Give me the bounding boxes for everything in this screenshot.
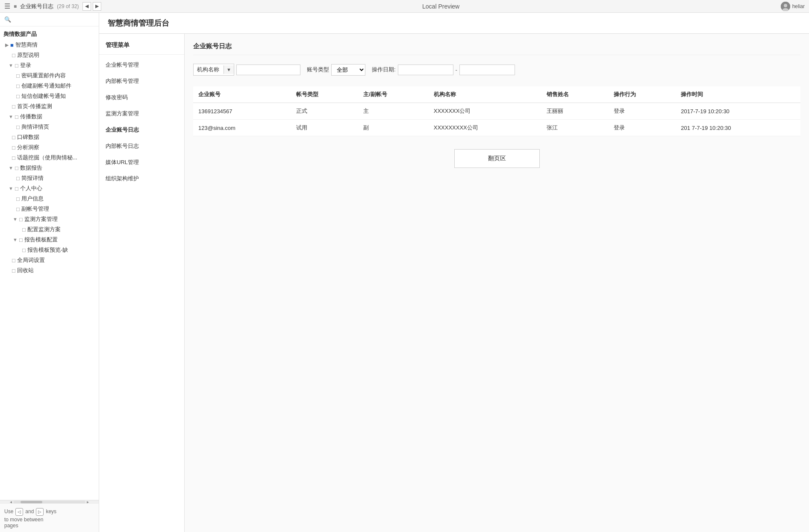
sidebar-item-chuanbo[interactable]: ▼ □ 传播数据 bbox=[0, 112, 99, 122]
app-title: 智慧商情管理后台 bbox=[108, 19, 169, 27]
toggle-icon: ▼ bbox=[9, 165, 13, 170]
date-from-input[interactable] bbox=[398, 65, 453, 75]
sidebar-item-label: 首页-传播监测 bbox=[17, 103, 52, 110]
folder-icon: □ bbox=[15, 185, 18, 192]
menu-item-jiancefangan[interactable]: 监测方案管理 bbox=[99, 106, 184, 122]
top-bar-title: 企业账号日志 bbox=[20, 3, 53, 10]
menu-item-neibu-riji[interactable]: 内部帐号日志 bbox=[99, 138, 184, 154]
top-bar-nav: ◀ ▶ bbox=[82, 2, 101, 11]
sidebar-item-huati[interactable]: □ 话题挖掘（使用舆情秘... bbox=[0, 153, 99, 163]
sidebar-item-label: 原型说明 bbox=[17, 51, 39, 59]
sidebar-item-jianbao[interactable]: □ 简报详情 bbox=[0, 173, 99, 183]
sidebar-item-denglu[interactable]: ▼ □ 登录 bbox=[0, 60, 99, 71]
date-to-input[interactable] bbox=[459, 65, 515, 75]
content-area: 智慧商情管理后台 管理菜单 企业帐号管理 内部帐号管理 修改密码 监测方案管理 bbox=[99, 13, 809, 532]
org-name-arrow[interactable]: ▼ bbox=[224, 65, 234, 74]
toggle-icon: ▼ bbox=[13, 237, 18, 242]
sidebar-item-shujubaogao[interactable]: ▼ □ 数据报告 bbox=[0, 163, 99, 173]
main-panel: 企业账号日志 机构名称 ▼ 账号类型 全部 正式 bbox=[185, 34, 809, 532]
sidebar-item-duanxin[interactable]: □ 短信创建帐号通知 bbox=[0, 91, 99, 101]
menu-item-xiugai-mima[interactable]: 修改密码 bbox=[99, 89, 184, 106]
panel-title: 企业账号日志 bbox=[193, 42, 800, 55]
sidebar-item-gerenzongxin[interactable]: ▼ □ 个人中心 bbox=[0, 183, 99, 194]
sidebar-item-label: 话题挖掘（使用舆情秘... bbox=[17, 154, 77, 162]
sidebar-item-label: 密码重置邮件内容 bbox=[21, 72, 66, 79]
date-label: 操作日期: bbox=[372, 66, 396, 73]
cell-salesname: 张江 bbox=[541, 120, 609, 136]
menu-icon[interactable]: ☰ bbox=[4, 2, 10, 10]
sidebar-item-yuanxing[interactable]: □ 原型说明 bbox=[0, 50, 99, 60]
nav-next-btn[interactable]: ▶ bbox=[93, 2, 101, 11]
doc-icon: □ bbox=[16, 196, 20, 202]
sidebar-item-fenxi[interactable]: □ 分析洞察 bbox=[0, 142, 99, 153]
sidebar-item-yuqing[interactable]: □ 舆情详情页 bbox=[0, 122, 99, 132]
sidebar-item-yonghu[interactable]: □ 用户信息 bbox=[0, 194, 99, 204]
folder-icon: ■ bbox=[10, 42, 14, 48]
date-filter: 操作日期: - bbox=[372, 65, 515, 75]
menu-item-qiye-zhang[interactable]: 企业帐号管理 bbox=[99, 57, 184, 73]
search-icon: 🔍 bbox=[4, 16, 11, 23]
sidebar-item-fuzhang[interactable]: □ 副帐号管理 bbox=[0, 204, 99, 214]
right-key-hint: ▷ bbox=[36, 508, 44, 516]
col-account: 企业账号 bbox=[193, 86, 291, 103]
cell-action: 登录 bbox=[609, 120, 676, 136]
nav-prev-btn[interactable]: ◀ bbox=[82, 2, 91, 11]
sidebar-item-label: 全局词设置 bbox=[17, 256, 45, 264]
user-info: heliar bbox=[781, 2, 805, 11]
sidebar-item-shouye[interactable]: □ 首页-传播监测 bbox=[0, 101, 99, 112]
sidebar-item-zhihuishangqing[interactable]: ▶ ■ 智慧商情 bbox=[0, 40, 99, 50]
folder-icon: □ bbox=[15, 62, 18, 69]
cell-salesname: 王丽丽 bbox=[541, 103, 609, 120]
cell-action: 登录 bbox=[609, 103, 676, 120]
sidebar-item-label: 副帐号管理 bbox=[21, 205, 49, 213]
hscroll-thumb[interactable] bbox=[21, 501, 42, 503]
sidebar-item-label: 舆情详情页 bbox=[21, 123, 49, 131]
menu-item-neibu-zhang[interactable]: 内部帐号管理 bbox=[99, 73, 184, 89]
sidebar-item-label: 报告模板预览-缺 bbox=[27, 246, 68, 254]
sidebar-item-quanjucishu[interactable]: □ 全局词设置 bbox=[0, 255, 99, 265]
sidebar-root-header[interactable]: 舆情数据产品 bbox=[0, 29, 99, 40]
table-row: 13691234567 正式 主 XXXXXXX公司 王丽丽 登录 2017-7… bbox=[193, 103, 800, 120]
table-row: 123@sina.com 试用 副 XXXXXXXXX公司 张江 登录 201 … bbox=[193, 120, 800, 136]
doc-icon: □ bbox=[16, 93, 20, 100]
cell-orgname: XXXXXXXXX公司 bbox=[429, 120, 542, 136]
sidebar-item-label: 分析洞察 bbox=[17, 144, 39, 151]
sidebar-item-baogaomob[interactable]: ▼ □ 报告模板配置 bbox=[0, 235, 99, 245]
col-mainsub: 主/副帐号 bbox=[358, 86, 429, 103]
sidebar-item-label: 登录 bbox=[20, 62, 31, 69]
hint-pages: pages bbox=[4, 523, 18, 529]
username-label: heliar bbox=[792, 3, 805, 9]
doc-icon: □ bbox=[12, 257, 15, 264]
org-name-dropdown[interactable]: 机构名称 ▼ bbox=[193, 64, 234, 76]
svg-point-1 bbox=[784, 4, 787, 7]
toggle-icon: ▼ bbox=[9, 114, 13, 119]
menu-panel: 管理菜单 企业帐号管理 内部帐号管理 修改密码 监测方案管理 企业账号日志 内部 bbox=[99, 34, 185, 532]
doc-icon: □ bbox=[12, 134, 15, 141]
account-type-select[interactable]: 全部 正式 试用 bbox=[331, 64, 365, 76]
menu-item-meiti-url[interactable]: 媒体URL管理 bbox=[99, 154, 184, 170]
org-name-input[interactable] bbox=[236, 65, 300, 75]
doc-icon: □ bbox=[12, 155, 15, 161]
sidebar-item-mima[interactable]: □ 密码重置邮件内容 bbox=[0, 71, 99, 81]
folder-icon: □ bbox=[15, 165, 18, 171]
top-bar: ☰ ■ 企业账号日志 (29 of 32) ◀ ▶ Local Preview … bbox=[0, 0, 809, 13]
sidebar-item-chuangjian[interactable]: □ 创建副帐号通知邮件 bbox=[0, 81, 99, 91]
sidebar-item-koupei[interactable]: □ 口碑数据 bbox=[0, 132, 99, 142]
sidebar-item-jiancefa[interactable]: ▼ □ 监测方案管理 bbox=[0, 214, 99, 224]
sidebar-item-label: 个人中心 bbox=[20, 185, 42, 192]
search-input[interactable] bbox=[13, 16, 94, 23]
content-header: 智慧商情管理后台 bbox=[99, 13, 809, 34]
menu-item-zuzhi[interactable]: 组织架构维护 bbox=[99, 170, 184, 187]
col-orgname: 机构名称 bbox=[429, 86, 542, 103]
pagination-box[interactable]: 翻页区 bbox=[454, 149, 540, 168]
sidebar-item-label: 简报详情 bbox=[21, 174, 44, 182]
menu-item-qiye-riji[interactable]: 企业账号日志 bbox=[99, 122, 184, 138]
sidebar-item-huishou[interactable]: □ 回收站 bbox=[0, 265, 99, 276]
toggle-icon: ▼ bbox=[9, 186, 13, 191]
sidebar-item-label: 回收站 bbox=[17, 267, 34, 274]
sidebar-item-baogaoyulan[interactable]: □ 报告模板预览-缺 bbox=[0, 245, 99, 255]
sidebar-item-label: 智慧商情 bbox=[15, 41, 38, 49]
table-header-row: 企业账号 帐号类型 主/副帐号 机构名称 销售姓名 操作行为 操作时间 bbox=[193, 86, 800, 103]
hint-keys: keys bbox=[46, 507, 56, 517]
sidebar-item-peizhi[interactable]: □ 配置监测方案 bbox=[0, 224, 99, 235]
